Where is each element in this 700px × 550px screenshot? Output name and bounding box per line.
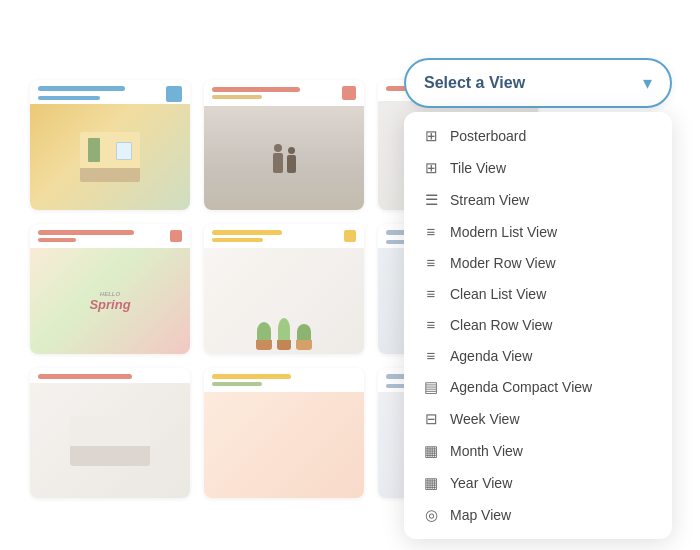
thumb-card-8 (204, 368, 364, 498)
modern-list-view-icon: ≡ (422, 223, 440, 240)
clean-row-view-label: Clean Row View (450, 317, 552, 333)
dropdown-item-week-view[interactable]: ⊟Week View (404, 403, 672, 435)
week-view-label: Week View (450, 411, 520, 427)
moder-row-view-icon: ≡ (422, 254, 440, 271)
dropdown-trigger-label: Select a View (424, 74, 525, 92)
tile-view-label: Tile View (450, 160, 506, 176)
chevron-down-icon: ▾ (643, 72, 652, 94)
modern-list-view-label: Modern List View (450, 224, 557, 240)
clean-list-view-icon: ≡ (422, 285, 440, 302)
dropdown-item-map-view[interactable]: ◎Map View (404, 499, 672, 531)
dropdown-item-posterboard[interactable]: ⊞Posterboard (404, 120, 672, 152)
agenda-compact-view-label: Agenda Compact View (450, 379, 592, 395)
posterboard-label: Posterboard (450, 128, 526, 144)
dropdown-item-month-view[interactable]: ▦Month View (404, 435, 672, 467)
clean-list-view-label: Clean List View (450, 286, 546, 302)
dropdown-item-agenda-view[interactable]: ≡Agenda View (404, 340, 672, 371)
clean-row-view-icon: ≡ (422, 316, 440, 333)
moder-row-view-label: Moder Row View (450, 255, 556, 271)
dropdown-item-clean-row-view[interactable]: ≡Clean Row View (404, 309, 672, 340)
spring-text: Spring (89, 297, 130, 312)
dropdown-item-year-view[interactable]: ▦Year View (404, 467, 672, 499)
week-view-icon: ⊟ (422, 410, 440, 428)
dropdown-item-stream-view[interactable]: ☰Stream View (404, 184, 672, 216)
dropdown-menu: ⊞Posterboard⊞Tile View☰Stream View≡Moder… (404, 112, 672, 539)
map-view-icon: ◎ (422, 506, 440, 524)
dropdown-item-modern-list-view[interactable]: ≡Modern List View (404, 216, 672, 247)
month-view-label: Month View (450, 443, 523, 459)
posterboard-icon: ⊞ (422, 127, 440, 145)
select-view-dropdown: Select a View ▾ ⊞Posterboard⊞Tile View☰S… (404, 58, 672, 539)
thumb-card-7 (30, 368, 190, 498)
year-view-icon: ▦ (422, 474, 440, 492)
stream-view-label: Stream View (450, 192, 529, 208)
dropdown-item-moder-row-view[interactable]: ≡Moder Row View (404, 247, 672, 278)
tile-view-icon: ⊞ (422, 159, 440, 177)
agenda-compact-view-icon: ▤ (422, 378, 440, 396)
year-view-label: Year View (450, 475, 512, 491)
dropdown-item-clean-list-view[interactable]: ≡Clean List View (404, 278, 672, 309)
agenda-view-icon: ≡ (422, 347, 440, 364)
thumb-card-5 (204, 224, 364, 354)
dropdown-trigger[interactable]: Select a View ▾ (404, 58, 672, 108)
agenda-view-label: Agenda View (450, 348, 532, 364)
stream-view-icon: ☰ (422, 191, 440, 209)
dropdown-item-tile-view[interactable]: ⊞Tile View (404, 152, 672, 184)
month-view-icon: ▦ (422, 442, 440, 460)
dropdown-item-agenda-compact-view[interactable]: ▤Agenda Compact View (404, 371, 672, 403)
thumb-card-4: HELLO Spring (30, 224, 190, 354)
map-view-label: Map View (450, 507, 511, 523)
thumb-card-1 (30, 80, 190, 210)
thumb-card-2 (204, 80, 364, 210)
